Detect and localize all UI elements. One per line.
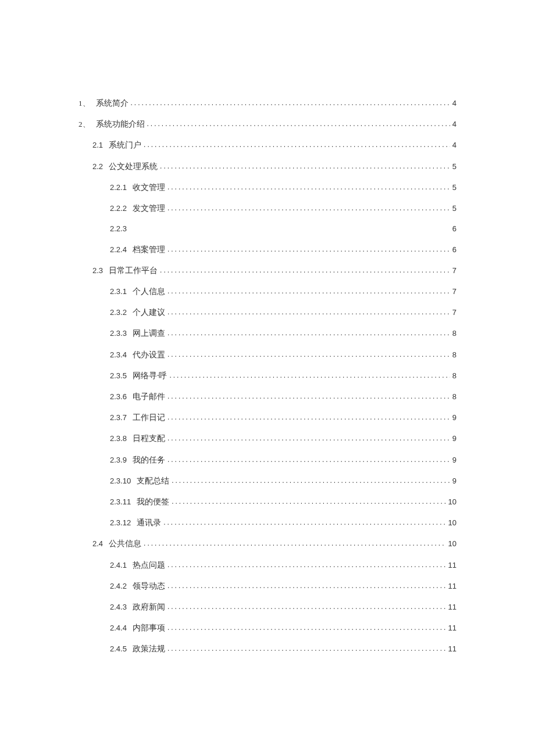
toc-title: 电子邮件 — [133, 389, 165, 404]
toc-entry[interactable]: 1、系统简介..................................… — [79, 96, 456, 110]
toc-title: 个人信息 — [133, 284, 165, 299]
toc-leader-dots: ........................................… — [172, 496, 445, 508]
toc-title: 系统简介 — [96, 96, 129, 110]
toc-page-number: 10 — [448, 516, 456, 529]
toc-number: 1、 — [79, 96, 90, 110]
toc-entry[interactable]: 2.3.12通讯录...............................… — [110, 515, 456, 530]
toc-entry[interactable]: 2.3.6电子邮件...............................… — [110, 389, 456, 404]
toc-page-number: 4 — [452, 138, 456, 152]
toc-entry[interactable]: 2.3.7工作日记...............................… — [110, 410, 456, 425]
toc-leader-dots: ........................................… — [167, 559, 446, 572]
toc-title: 网上调查 — [133, 326, 165, 341]
toc-page-number: 9 — [452, 474, 456, 488]
toc-leader-dots: ........................................… — [167, 202, 450, 215]
toc-number: 2.4.5 — [110, 642, 127, 655]
toc-entry[interactable]: 2.3.4代办设置...............................… — [110, 347, 456, 362]
toc-entry[interactable]: 2.4.4内部事项...............................… — [110, 621, 456, 635]
toc-entry[interactable]: 2.2.3...................................… — [110, 222, 456, 236]
toc-leader-dots: ........................................… — [167, 580, 446, 593]
toc-page-number: 10 — [448, 495, 456, 508]
toc-entry[interactable]: 2.4.2领导动态...............................… — [110, 579, 456, 593]
toc-number: 2.3.10 — [110, 474, 131, 488]
toc-entry[interactable]: 2.2公文处理系统...............................… — [92, 159, 456, 174]
toc-entry[interactable]: 2、系统功能介绍................................… — [79, 117, 456, 131]
toc-list: 1、系统简介..................................… — [79, 96, 456, 656]
toc-page-number: 5 — [452, 160, 456, 173]
toc-page-number: 9 — [452, 411, 456, 424]
toc-entry[interactable]: 2.3.3网上调查...............................… — [110, 326, 456, 341]
toc-leader-dots: ........................................… — [144, 139, 450, 152]
toc-number: 2.2.1 — [110, 181, 127, 194]
toc-page-number: 11 — [448, 642, 456, 655]
toc-leader-dots: ........................................… — [167, 181, 450, 194]
toc-leader-dots: ........................................… — [167, 327, 450, 340]
toc-number: 2.2.4 — [110, 243, 127, 256]
toc-title: 我的任务 — [133, 453, 165, 467]
toc-entry[interactable]: 2.3.2个人建议...............................… — [110, 305, 456, 320]
toc-title: 公文处理系统 — [109, 159, 158, 174]
toc-title: 热点问题 — [133, 558, 165, 572]
toc-entry[interactable]: 2.3.5网络寻·呼..............................… — [110, 368, 456, 383]
toc-leader-dots: ........................................… — [167, 243, 450, 256]
toc-number: 2.3.5 — [110, 369, 127, 382]
toc-number: 2.3.6 — [110, 390, 127, 403]
toc-title: 收文管理 — [133, 180, 165, 195]
toc-number: 2.4.3 — [110, 600, 127, 614]
toc-entry[interactable]: 2.4公共信息.................................… — [92, 536, 456, 551]
toc-page-number: 8 — [452, 390, 456, 403]
toc-entry[interactable]: 2.3.10支配总结..............................… — [110, 474, 456, 488]
toc-leader-dots: ........................................… — [169, 370, 450, 382]
toc-leader-dots: ........................................… — [172, 475, 450, 488]
toc-entry[interactable]: 2.3.8日程支配...............................… — [110, 431, 456, 446]
toc-entry[interactable]: 2.3.11我的便签..............................… — [110, 495, 456, 509]
toc-number: 2.2.3 — [110, 222, 127, 235]
toc-title: 档案管理 — [133, 242, 165, 257]
toc-entry[interactable]: 2.4.5政策法规...............................… — [110, 642, 456, 656]
toc-number: 2.3.12 — [110, 516, 131, 529]
toc-title: 日程支配 — [133, 431, 165, 446]
toc-page-number: 9 — [452, 432, 456, 445]
toc-page-number: 7 — [452, 264, 456, 277]
toc-title: 网络寻·呼 — [133, 368, 167, 383]
toc-page-number: 9 — [452, 453, 456, 467]
toc-leader-dots: ........................................… — [167, 622, 446, 635]
toc-page-number: 11 — [448, 579, 456, 593]
toc-number: 2.3.4 — [110, 348, 127, 361]
toc-number: 2.4.2 — [110, 579, 127, 593]
toc-number: 2.2.2 — [110, 202, 127, 215]
toc-entry[interactable]: 2.3日常工作平台...............................… — [92, 263, 456, 278]
toc-entry[interactable]: 2.4.1热点问题...............................… — [110, 558, 456, 572]
toc-number: 2.3.9 — [110, 453, 127, 467]
toc-title: 政府新闻 — [133, 600, 165, 614]
toc-title: 发文管理 — [133, 201, 165, 216]
toc-entry[interactable]: 2.2.4档案管理...............................… — [110, 242, 456, 257]
toc-leader-dots: ........................................… — [167, 306, 450, 319]
toc-title: 系统功能介绍 — [96, 117, 145, 131]
toc-entry[interactable]: 2.3.9我的任务...............................… — [110, 453, 456, 467]
toc-page-number: 4 — [452, 117, 456, 131]
toc-number: 2.3.3 — [110, 327, 127, 340]
toc-page-number: 6 — [452, 222, 456, 235]
toc-number: 2.3.2 — [110, 306, 127, 319]
toc-number: 2.4.1 — [110, 558, 127, 572]
toc-page-number: 7 — [452, 285, 456, 298]
toc-entry[interactable]: 2.2.1收文管理...............................… — [110, 180, 456, 195]
toc-number: 2.1 — [92, 138, 103, 152]
toc-title: 公共信息 — [109, 536, 141, 551]
toc-title: 代办设置 — [133, 347, 165, 362]
toc-entry[interactable]: 2.2.2发文管理...............................… — [110, 201, 456, 216]
toc-title: 个人建议 — [133, 305, 165, 320]
toc-entry[interactable]: 2.1系统门户.................................… — [92, 138, 456, 152]
toc-number: 2.2 — [92, 160, 103, 173]
toc-entry[interactable]: 2.3.1个人信息...............................… — [110, 284, 456, 299]
toc-leader-dots: ........................................… — [160, 160, 450, 173]
toc-page-number: 6 — [452, 243, 456, 256]
toc-page-number: 4 — [452, 96, 456, 110]
toc-entry[interactable]: 2.4.3政府新闻...............................… — [110, 600, 456, 614]
toc-page-number: 5 — [452, 202, 456, 215]
toc-leader-dots: ........................................… — [167, 643, 446, 655]
toc-number: 2.4 — [92, 537, 103, 550]
toc-title: 支配总结 — [137, 474, 169, 488]
toc-leader-dots: ........................................… — [160, 264, 450, 277]
toc-page-number: 8 — [452, 327, 456, 340]
